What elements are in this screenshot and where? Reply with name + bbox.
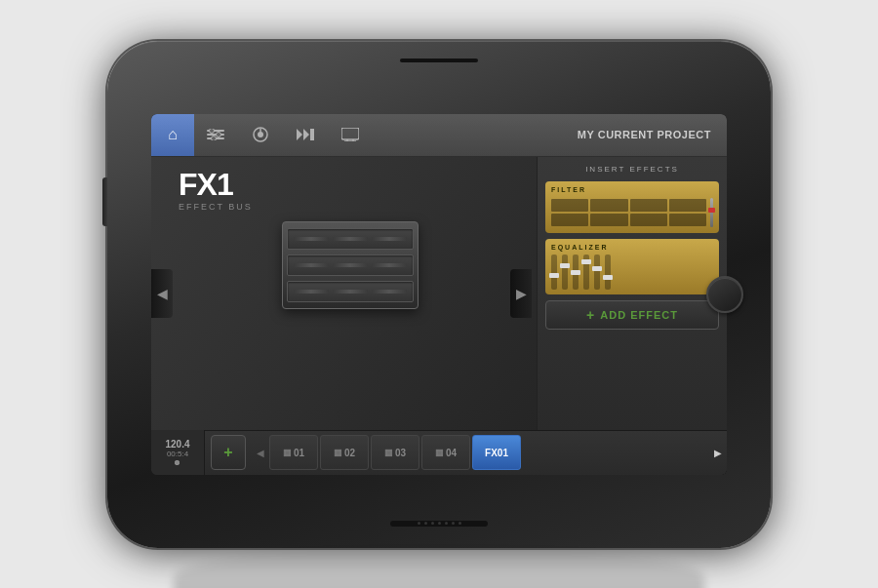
rack-slot-2 — [287, 255, 414, 276]
tab-label-01: 01 — [294, 448, 304, 458]
svg-marker-9 — [297, 129, 302, 140]
add-effect-label: ADD EFFECT — [600, 309, 678, 321]
home-icon: ⌂ — [168, 127, 178, 142]
prev-arrow-icon: ◀ — [157, 286, 168, 301]
rack-bar-1 — [294, 237, 329, 241]
effect-bus-label: EFFECT BUS — [179, 202, 521, 212]
track-tab-01[interactable]: ▦ 01 — [269, 435, 318, 470]
screen-content: ⌂ — [151, 114, 727, 475]
track-add-icon: + — [223, 444, 232, 461]
home-nav-button[interactable]: ⌂ — [151, 114, 194, 157]
tab-icon-01: ▦ — [283, 448, 292, 457]
rack-bar-9 — [372, 290, 407, 294]
eq-slider-2[interactable] — [562, 255, 568, 290]
eq-thumb-3 — [571, 270, 580, 275]
track-tabs: ▦ 01 ▦ 02 ▦ 03 ▦ 04 — [269, 435, 709, 470]
tab-icon-04: ▦ — [435, 448, 444, 457]
filter-cell-4 — [669, 199, 706, 212]
project-label: MY CURRENT PROJECT — [578, 129, 711, 140]
rack-bar-2 — [333, 237, 368, 241]
filter-cell-7 — [630, 214, 667, 226]
track-tab-03[interactable]: ▦ 03 — [371, 435, 419, 470]
eq-slider-5[interactable] — [594, 255, 600, 290]
main-area: ◀ FX1 EFFECT BUS — [151, 157, 727, 430]
svg-rect-12 — [341, 128, 359, 139]
equalizer-card[interactable]: EQUALIZER — [545, 239, 719, 294]
filter-label: FILTER — [551, 186, 713, 193]
add-effect-plus-icon: + — [586, 307, 595, 323]
nav-bar: ⌂ — [151, 114, 727, 157]
track-tab-02[interactable]: ▦ 02 — [320, 435, 369, 470]
track-add-button[interactable]: + — [211, 435, 246, 470]
tab-label-03: 03 — [395, 448, 406, 458]
volume-button[interactable] — [102, 177, 107, 226]
tab-icon-03: ▦ — [384, 448, 393, 457]
track-nav-right-icon: ▶ — [714, 448, 722, 458]
rack-slot-3 — [287, 281, 414, 302]
tab-label-02: 02 — [344, 448, 355, 458]
home-button[interactable] — [706, 276, 743, 313]
eq-slider-6[interactable] — [605, 255, 611, 290]
eq-slider-4[interactable] — [583, 255, 589, 290]
tab-label-04: 04 — [446, 448, 457, 458]
track-tab-fx01[interactable]: FX01 — [472, 435, 521, 470]
svg-marker-10 — [303, 129, 309, 140]
track-tab-04[interactable]: ▦ 04 — [421, 435, 470, 470]
prev-arrow[interactable]: ◀ — [151, 269, 173, 318]
filter-slider[interactable] — [710, 198, 713, 227]
mixer-icon[interactable] — [202, 121, 229, 148]
rack-slot-1 — [287, 228, 414, 250]
eq-thumb-4 — [581, 259, 591, 264]
next-arrow-icon: ▶ — [516, 286, 527, 301]
filter-cell-8 — [669, 214, 706, 226]
rack-bar-3 — [372, 237, 407, 241]
track-nav-left-icon: ◀ — [257, 448, 264, 458]
tab-label-fx01: FX01 — [485, 448, 508, 458]
track-nav-right[interactable]: ▶ — [709, 435, 727, 470]
knob-icon[interactable] — [247, 121, 274, 148]
rack-bar-4 — [294, 263, 329, 267]
phone-speaker-bottom — [390, 521, 488, 527]
track-info: 120.4 00:5:4 ⏺ — [151, 430, 205, 475]
eq-slider-1[interactable] — [551, 255, 557, 290]
eq-sliders — [551, 255, 713, 290]
rack-unit — [282, 221, 419, 309]
eq-thumb-2 — [560, 263, 570, 268]
eq-thumb-1 — [549, 273, 559, 278]
monitor-icon[interactable] — [337, 121, 364, 148]
track-rec-icon: ⏺ — [174, 458, 181, 467]
track-bar: 120.4 00:5:4 ⏺ + ◀ ▦ 01 ▦ — [151, 430, 727, 475]
insert-effects-panel: INSERT EFFECTS FILTER — [537, 157, 727, 430]
fx-title: FX1 — [179, 169, 521, 200]
svg-rect-11 — [310, 129, 314, 140]
next-arrow[interactable]: ▶ — [510, 269, 532, 318]
track-bpm: 120.4 — [165, 439, 189, 450]
tab-icon-02: ▦ — [334, 448, 342, 457]
transport-icon[interactable] — [292, 121, 319, 148]
phone-shell: ⌂ — [107, 41, 771, 548]
filter-cell-5 — [551, 214, 588, 226]
svg-point-4 — [217, 133, 221, 137]
eq-thumb-5 — [592, 266, 602, 271]
svg-point-3 — [210, 129, 215, 134]
insert-effects-title: INSERT EFFECTS — [545, 165, 719, 174]
filter-cell-1 — [551, 199, 588, 212]
filter-cell-6 — [590, 214, 627, 226]
filter-controls — [551, 197, 713, 228]
rack-bar-5 — [333, 263, 368, 267]
phone-speaker-top — [400, 59, 478, 62]
filter-card[interactable]: FILTER — [545, 181, 719, 233]
rack-bar-7 — [294, 290, 329, 294]
nav-icons-group: MY CURRENT PROJECT — [194, 121, 727, 148]
add-effect-button[interactable]: + ADD EFFECT — [545, 300, 719, 330]
rack-bar-6 — [372, 263, 407, 267]
filter-cell-3 — [630, 199, 667, 212]
equalizer-label: EQUALIZER — [551, 244, 713, 251]
fx-panel: FX1 EFFECT BUS — [151, 157, 537, 430]
track-nav-left[interactable]: ◀ — [252, 435, 269, 470]
track-time: 00:5:4 — [167, 450, 188, 458]
eq-slider-3[interactable] — [573, 255, 579, 290]
filter-cell-2 — [590, 199, 627, 212]
eq-thumb-6 — [603, 275, 613, 280]
screen-bezel: ⌂ — [151, 114, 727, 475]
